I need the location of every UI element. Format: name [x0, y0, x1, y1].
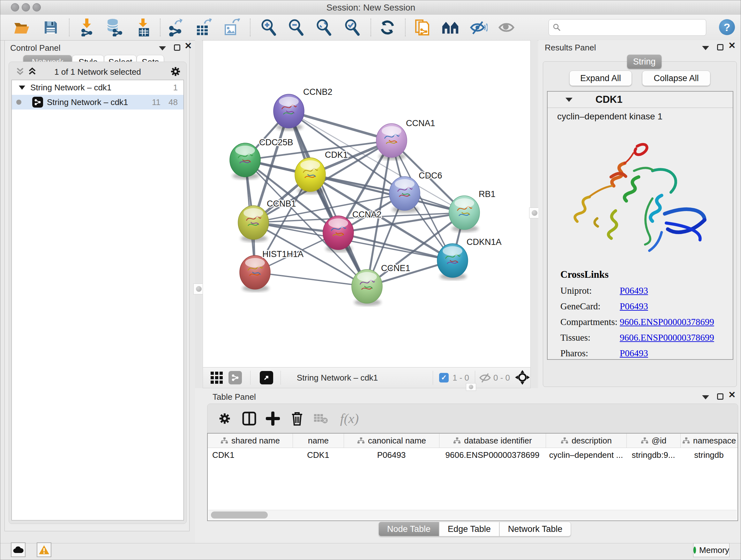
delete-column-trash-icon[interactable]: [288, 410, 306, 428]
network-edge[interactable]: [289, 111, 392, 140]
table-cell[interactable]: P06493: [344, 448, 439, 462]
network-canvas[interactable]: CCNB2CCNA1CDC25BCDK1CDC6RB1CCNB1CCNA2CDK…: [203, 41, 530, 368]
table-cell[interactable]: stringdb:9...: [626, 448, 680, 462]
scrollbar-thumb[interactable]: [211, 511, 268, 518]
table-panel-collapse-icon[interactable]: [702, 395, 709, 399]
network-options-gear-icon[interactable]: [170, 66, 181, 77]
network-node-CCNA2[interactable]: [323, 216, 354, 252]
tab-node-table[interactable]: Node Table: [379, 522, 439, 537]
entry-collapse-arrow-icon[interactable]: [565, 98, 572, 102]
import-network-from-file-icon[interactable]: [78, 18, 96, 37]
network-node-CDKN1A[interactable]: [437, 244, 468, 280]
hide-selected-icon[interactable]: [470, 18, 488, 37]
results-panel-close-icon[interactable]: ✕: [728, 43, 736, 49]
warnings-button[interactable]: [37, 543, 51, 557]
zoom-in-icon[interactable]: [259, 18, 277, 37]
show-all-icon[interactable]: [497, 18, 515, 37]
column-header-shared-name[interactable]: shared name: [208, 434, 293, 448]
table-row[interactable]: CDK1CDK1P064939606.ENSP00000378699cyclin…: [208, 448, 738, 462]
network-node-CCNB2[interactable]: [273, 94, 304, 131]
open-in-browser-icon[interactable]: [260, 371, 273, 384]
network-node-CDC25B[interactable]: [230, 143, 260, 179]
crosslink-link[interactable]: 9606.ENSP00000378699: [620, 332, 714, 343]
network-node-CCNB1[interactable]: [238, 206, 269, 242]
column-header-name[interactable]: name: [293, 434, 344, 448]
expand-all-button[interactable]: Expand All: [569, 71, 632, 86]
results-panel-float-icon[interactable]: [717, 44, 724, 51]
network-node-CCNA1[interactable]: [376, 124, 407, 160]
import-table-from-file-icon[interactable]: [134, 18, 152, 37]
node-table[interactable]: shared namenamecanonical namedatabase id…: [207, 433, 738, 521]
search-input[interactable]: [563, 23, 706, 32]
selected-checkbox-icon[interactable]: ✓: [439, 373, 449, 382]
crosslink-label: Uniprot:: [560, 286, 620, 296]
crosslink-link[interactable]: P06493: [620, 301, 648, 312]
memory-status-icon: [693, 547, 696, 554]
cdk1-entry-header[interactable]: CDK1: [548, 91, 733, 108]
open-session-icon[interactable]: [13, 18, 31, 37]
collapse-all-button[interactable]: Collapse All: [642, 71, 711, 86]
table-cell[interactable]: 9606.ENSP00000378699: [439, 448, 546, 462]
help-button[interactable]: ?: [719, 19, 735, 35]
network-node-HIST1H1A[interactable]: [240, 255, 270, 292]
save-session-icon[interactable]: [42, 18, 60, 37]
column-header-canonical-name[interactable]: canonical name: [344, 434, 439, 448]
network-node-CDK1[interactable]: [295, 158, 326, 194]
cloud-status-button[interactable]: [11, 543, 25, 557]
tab-string[interactable]: String: [627, 55, 662, 69]
collapse-all-icon[interactable]: [15, 66, 25, 76]
first-neighbors-icon[interactable]: [442, 18, 460, 37]
column-header--id[interactable]: @id: [626, 434, 680, 448]
import-network-from-database-icon[interactable]: [105, 18, 123, 37]
table-horizontal-scrollbar[interactable]: [208, 510, 737, 520]
control-panel-close-icon[interactable]: ✕: [185, 43, 192, 49]
export-image-icon[interactable]: [222, 18, 240, 37]
crosslink-link[interactable]: P06493: [620, 286, 648, 296]
control-panel-collapse-icon[interactable]: [159, 46, 166, 51]
fit-content-crosshair-icon[interactable]: [515, 370, 530, 386]
table-cell[interactable]: CDK1: [293, 448, 344, 462]
crosslink-link[interactable]: 9606.ENSP00000378699: [620, 317, 714, 327]
horizontal-splitter-handle[interactable]: [466, 383, 476, 391]
results-panel-collapse-icon[interactable]: [702, 46, 709, 50]
control-panel-float-icon[interactable]: [174, 44, 180, 51]
table-panel-float-icon[interactable]: [717, 393, 724, 400]
show-columns-icon[interactable]: [240, 410, 258, 428]
zoom-out-icon[interactable]: [287, 18, 305, 37]
selected-counts: 1 - 0: [453, 373, 469, 383]
table-cell[interactable]: stringdb: [680, 448, 738, 462]
network-node-RB1[interactable]: [449, 196, 480, 232]
column-header-namespace[interactable]: namespace: [680, 434, 738, 448]
network-collection-row[interactable]: String Network – cdk1 1: [12, 80, 184, 95]
network-edge[interactable]: [289, 111, 367, 287]
network-node-CCNE1[interactable]: [352, 269, 382, 306]
function-builder-icon[interactable]: f(x): [335, 410, 364, 428]
network-row[interactable]: String Network – cdk1 11 48: [12, 95, 184, 110]
tab-network-table[interactable]: Network Table: [499, 522, 571, 537]
column-header-description[interactable]: description: [546, 434, 626, 448]
column-header-database-identifier[interactable]: database identifier: [439, 434, 546, 448]
hidden-eye-icon[interactable]: [479, 372, 491, 385]
zoom-fit-icon[interactable]: [315, 18, 333, 37]
tab-edge-table[interactable]: Edge Table: [439, 522, 499, 537]
delete-table-icon[interactable]: [312, 410, 330, 428]
export-table-icon[interactable]: [195, 18, 212, 37]
collection-expand-arrow-icon[interactable]: [19, 85, 25, 90]
network-type-badge-icon[interactable]: [228, 371, 242, 384]
create-column-plus-icon[interactable]: [264, 410, 282, 428]
crosslink-link[interactable]: P06493: [620, 348, 648, 359]
table-options-gear-icon[interactable]: [216, 410, 233, 428]
memory-button[interactable]: Memory: [693, 543, 730, 557]
network-node-CDC6[interactable]: [389, 177, 420, 213]
table-cell[interactable]: cyclin–dependent ...: [546, 448, 626, 462]
export-network-icon[interactable]: [167, 18, 185, 37]
right-splitter[interactable]: [531, 40, 538, 388]
duplicate-network-icon[interactable]: [413, 18, 431, 37]
birds-eye-view-icon[interactable]: [210, 371, 223, 386]
zoom-selected-icon[interactable]: [343, 18, 361, 37]
network-edge-count: 48: [169, 98, 178, 107]
network-edge[interactable]: [255, 272, 367, 287]
table-cell[interactable]: CDK1: [208, 448, 293, 462]
table-panel-close-icon[interactable]: ✕: [728, 392, 736, 398]
refresh-icon[interactable]: [379, 18, 396, 37]
